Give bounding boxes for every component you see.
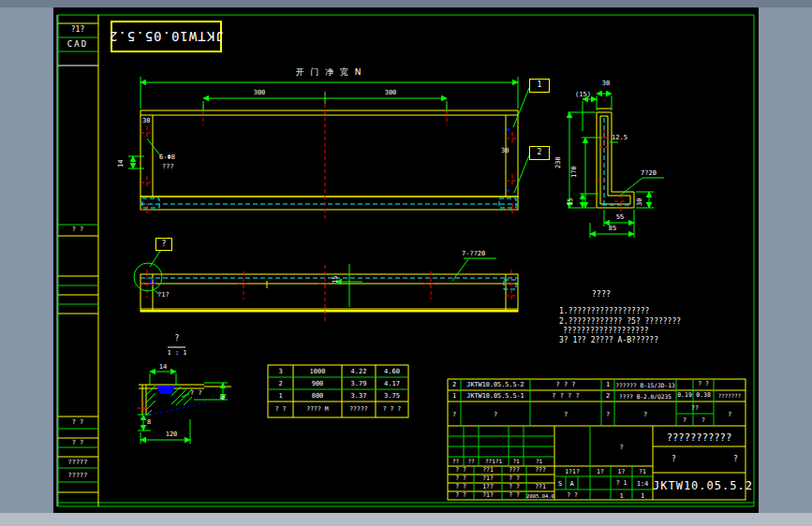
section-dim-85: 85 <box>601 225 624 232</box>
section-dim-230: 230 <box>554 156 562 168</box>
sig-cell: ? ? <box>502 484 526 490</box>
cad-canvas[interactable]: JKTW10.05.5.2 ?1? CAD ? ? ? ? ? ? ????? … <box>53 7 759 513</box>
tb-bottom-label: ? ? <box>554 492 590 499</box>
parts-header-name: ? <box>530 411 601 418</box>
front-dim-300-right: 300 <box>362 89 419 96</box>
part-qty: 2 <box>601 392 614 400</box>
detail-dim-8: 8 <box>147 418 151 426</box>
sig-cell: 1?? <box>474 484 502 490</box>
part-seq: 1 <box>448 392 461 400</box>
tb-drawing-number: JKTW10.05.5.2 <box>653 480 746 493</box>
tb-project-left: ? <box>672 455 676 463</box>
revision-label: ?? <box>448 459 464 465</box>
front-view-linework <box>128 77 529 222</box>
size-footer: ????? <box>342 406 376 413</box>
front-dim-300-left: 300 <box>231 89 288 96</box>
tb-scale: 1:4 <box>632 480 653 488</box>
rotated-sheet-code: JKTW10.05.5.2 <box>109 29 224 44</box>
tb-sheet-no: 1 <box>632 492 653 500</box>
sig-cell: ? ? <box>448 467 474 474</box>
front-span-dim-label: 开 门 净 宽 N <box>140 67 518 77</box>
tb-col-b: 1? <box>611 469 632 475</box>
part-material: ?????? B-15/JD-13 <box>614 382 676 388</box>
sig-cell: ? ? <box>448 492 474 499</box>
parts-header-seq: ? <box>448 411 461 418</box>
sig-cell: ? ? <box>502 475 526 482</box>
size-cell: 800 <box>293 392 342 400</box>
detail-dim-14: 14 <box>150 363 176 371</box>
tb-misc: ? <box>590 444 653 451</box>
front-hole-callout: 6-Φ8 <box>159 153 175 161</box>
size-cell: 900 <box>293 380 342 387</box>
margin-row: ? ? <box>61 418 95 426</box>
size-cell: 4.17 <box>376 380 408 387</box>
plan-view-linework <box>134 250 518 323</box>
part-remark: ??????? <box>714 393 746 400</box>
margin-row: ? ? <box>61 226 95 233</box>
section-hole-callout: 7?20 <box>641 169 657 177</box>
size-cell: 1 <box>268 392 293 400</box>
detail-view-linework <box>137 347 231 444</box>
sig-cell: ??1 <box>526 484 554 490</box>
revision-label: ?? <box>464 459 479 465</box>
parts-header-code: ? <box>461 411 530 418</box>
part-total-wt: ? ? <box>693 381 714 387</box>
section-dim-30-right: 30 <box>636 198 643 206</box>
front-flange-30-left: 30 <box>142 117 150 124</box>
section-dim-30-top: 30 <box>595 80 617 87</box>
notes-line-2: 2.???????????? ?5? ???????? <box>559 317 681 326</box>
tb-project-right: ? <box>733 455 738 463</box>
notes-line-1: 1.?????????????????? <box>559 307 649 315</box>
sig-cell: ?1? <box>474 492 502 499</box>
front-hole-note: ??? <box>162 163 174 170</box>
top-band <box>0 0 812 7</box>
sig-cell: ??? <box>526 467 554 474</box>
size-cell: 4.22 <box>342 368 376 375</box>
margin-row: ????? <box>61 459 95 466</box>
parts-header-remark: ? <box>714 411 746 418</box>
tb-stage-a: A <box>566 480 578 488</box>
section-dim-15-bottom: 15 <box>567 198 574 206</box>
front-flange-30-right: 30 <box>501 147 509 154</box>
margin-row: ? ? <box>61 439 95 446</box>
parts-header-total: ? <box>693 417 714 424</box>
margin-cad-label: CAD <box>61 39 95 49</box>
sig-cell: ? ? <box>448 475 474 482</box>
revision-label: ?1 <box>524 459 554 465</box>
section-dim-170: 170 <box>570 166 578 178</box>
detail-balloon: ? <box>155 238 172 251</box>
size-cell: 3 <box>268 368 293 375</box>
part-seq: 2 <box>448 381 461 388</box>
bottom-band <box>0 513 812 526</box>
part-total-wt: 0.38 <box>693 392 714 399</box>
parts-header-material: ? <box>614 411 676 418</box>
detail-title: ? <box>168 334 186 343</box>
app-background: { "colors": { "canvas": "#000000", "fram… <box>0 0 812 526</box>
notes-line-3: ??????????????????? <box>563 327 649 335</box>
size-footer: ???? M <box>293 406 342 413</box>
part-code: JKTW10.05.5.5-1 <box>462 393 529 401</box>
detail-scale: 1 : 1 <box>160 349 194 357</box>
parts-header-weight: ?? <box>676 405 714 412</box>
part-name: ? ? ? <box>530 381 601 388</box>
size-cell: 3.79 <box>342 380 376 387</box>
part-material: ???? B-2.0/Q235 <box>614 393 676 400</box>
part-qty: 1 <box>601 381 614 388</box>
size-footer: ? ? <box>268 406 293 413</box>
size-cell: 3.75 <box>376 392 408 400</box>
tb-stage-s: S <box>554 480 566 488</box>
margin-row: ????? <box>61 472 95 479</box>
tb-company: ??????????? <box>653 431 746 443</box>
part-code: JKTW10.05.5.5-2 <box>462 382 529 389</box>
sig-cell: ??1 <box>474 467 502 474</box>
revision-label: ??1?1 <box>479 459 509 465</box>
notes-line-4: 3? 1?? 2???? A-B?????? <box>559 336 658 344</box>
sig-cell: ? ? <box>502 492 526 499</box>
sig-cell: ? ? <box>448 484 474 490</box>
part-unit-wt: 0.19 <box>676 392 693 399</box>
parts-header-qty: ? <box>601 411 614 418</box>
parts-header-unit: ? <box>676 417 693 424</box>
tb-stage-header: 1?1? <box>554 469 590 475</box>
size-cell: 2 <box>268 380 293 387</box>
rotated-sheet-code-box: JKTW10.05.5.2 <box>111 21 222 52</box>
